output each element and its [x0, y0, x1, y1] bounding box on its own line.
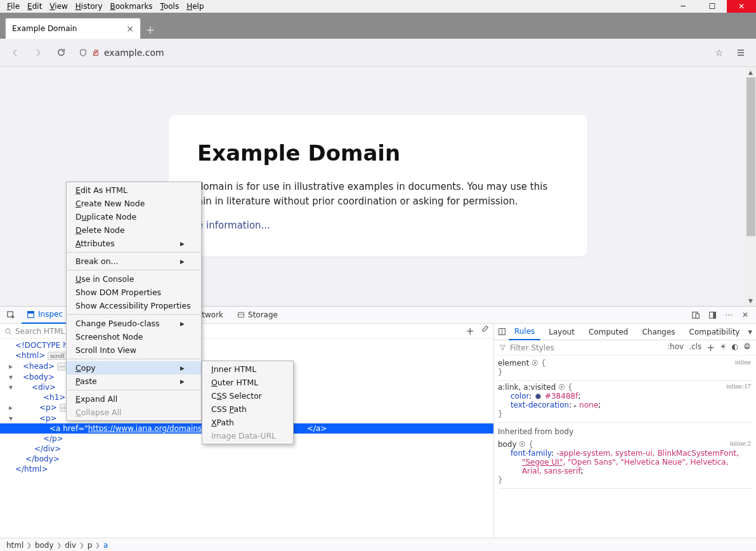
light-scheme-icon[interactable]: ☀: [720, 342, 727, 354]
menu-item[interactable]: Outer HTML: [202, 376, 293, 389]
tab-inspector[interactable]: Inspec: [22, 306, 68, 324]
url-text: example.com: [104, 48, 164, 58]
reload-button[interactable]: [51, 43, 71, 62]
page-paragraph: domain is for use in illustrative exampl…: [197, 180, 559, 208]
menu-file[interactable]: File: [4, 1, 23, 11]
menu-item: Image Data-URL: [202, 429, 293, 442]
navigation-toolbar: example.com ☆: [0, 39, 756, 67]
menu-item[interactable]: Break on...▶: [67, 255, 201, 268]
svg-point-9: [6, 328, 10, 333]
crumb-html[interactable]: html: [6, 541, 23, 550]
menu-item[interactable]: CSS Path: [202, 402, 293, 416]
rules-subtabs: Rules Layout Computed Changes Compatibil…: [494, 324, 756, 340]
menu-item[interactable]: XPath: [202, 416, 293, 429]
scrollbar[interactable]: ▲ ▼: [745, 67, 756, 306]
menu-item[interactable]: CSS Selector: [202, 389, 293, 402]
rule-body[interactable]: inline:2 body ⦿ { font-family: -apple-sy…: [498, 438, 752, 489]
close-window-button[interactable]: ✕: [727, 0, 756, 13]
subtabs-overflow-icon[interactable]: ▾: [748, 327, 752, 336]
menu-item[interactable]: Attributes▶: [67, 237, 201, 250]
add-node-icon[interactable]: +: [466, 325, 474, 337]
minimize-button[interactable]: ─: [668, 0, 698, 13]
more-info-link[interactable]: e information...: [197, 220, 270, 231]
menu-item[interactable]: Edit As HTML: [67, 183, 201, 197]
menu-item[interactable]: Create New Node: [67, 197, 201, 210]
menu-item[interactable]: Show Accessibility Properties: [67, 299, 201, 312]
app-menu-button[interactable]: [731, 43, 751, 62]
shield-icon: [79, 48, 88, 57]
filter-styles-input[interactable]: Filter Styles: [510, 343, 554, 352]
svg-rect-4: [238, 312, 244, 317]
window-controls: ─ ☐ ✕: [668, 0, 756, 13]
menu-item[interactable]: Show DOM Properties: [67, 286, 201, 299]
menu-item[interactable]: Inner HTML: [202, 362, 293, 376]
dom-breadcrumb[interactable]: html❯body❯div❯p❯a: [0, 538, 756, 551]
new-tab-button[interactable]: +: [141, 20, 160, 39]
lock-slash-icon: [91, 48, 100, 57]
crumb-body[interactable]: body: [35, 541, 54, 550]
crumb-a[interactable]: a: [103, 541, 108, 550]
menu-item[interactable]: Change Pseudo-class▶: [67, 317, 201, 330]
address-bar[interactable]: example.com ☆: [74, 43, 728, 62]
devtools-close-icon[interactable]: ✕: [738, 310, 752, 319]
context-submenu-copy[interactable]: Inner HTMLOuter HTMLCSS SelectorCSS Path…: [202, 361, 294, 444]
forward-button[interactable]: [28, 43, 48, 62]
menu-item[interactable]: Expand All: [67, 392, 201, 406]
hov-toggle[interactable]: :hov: [667, 342, 684, 354]
rule-element[interactable]: inline element ⦿ { }: [498, 357, 752, 381]
menu-item[interactable]: Screenshot Node: [67, 330, 201, 343]
subtab-layout[interactable]: Layout: [543, 324, 580, 340]
pick-element-icon[interactable]: [4, 310, 18, 320]
menu-item[interactable]: Duplicate Node: [67, 210, 201, 223]
inherited-separator: Inherited from body: [498, 425, 752, 438]
eyedropper-icon[interactable]: [481, 325, 489, 337]
add-rule-icon[interactable]: +: [707, 342, 715, 354]
svg-rect-6: [696, 314, 699, 318]
menu-item[interactable]: Scroll Into View: [67, 343, 201, 357]
rule-link-visited[interactable]: inline:17 a:link, a:visited ⦿ { color: #…: [498, 381, 752, 423]
menu-tools[interactable]: Tools: [157, 1, 183, 11]
back-button[interactable]: [5, 43, 25, 62]
rules-panel: Rules Layout Computed Changes Compatibil…: [494, 324, 756, 538]
devtools-menu-icon[interactable]: ⋯: [722, 310, 736, 319]
menu-history[interactable]: History: [72, 1, 106, 11]
menu-help[interactable]: Help: [183, 1, 207, 11]
responsive-mode-icon[interactable]: [689, 310, 703, 319]
menu-item[interactable]: Copy▶: [67, 361, 201, 375]
subtab-computed[interactable]: Computed: [583, 324, 634, 340]
menu-view[interactable]: View: [46, 1, 70, 11]
subtab-compat[interactable]: Compatibility: [684, 324, 746, 340]
menu-bookmarks[interactable]: Bookmarks: [107, 1, 156, 11]
bookmark-star-icon[interactable]: ☆: [715, 48, 723, 58]
dark-scheme-icon[interactable]: ◐: [732, 342, 738, 354]
layout-pane-icon[interactable]: [498, 328, 506, 336]
maximize-button[interactable]: ☐: [698, 0, 727, 13]
cls-toggle[interactable]: .cls: [689, 342, 701, 354]
tab-storage[interactable]: Storage: [232, 306, 283, 324]
search-html-input[interactable]: Search HTML: [15, 327, 65, 336]
crumb-p[interactable]: p: [88, 541, 93, 550]
menu-item[interactable]: Paste▶: [67, 375, 201, 388]
content-card: Example Domain domain is for use in illu…: [169, 115, 587, 256]
svg-rect-3: [28, 311, 34, 313]
css-rules: inline element ⦿ { } inline:17 a:link, a…: [494, 355, 756, 490]
menu-item[interactable]: Use in Console: [67, 272, 201, 286]
context-menu[interactable]: Edit As HTMLCreate New NodeDuplicate Nod…: [66, 182, 202, 421]
window-menubar: FileEditViewHistoryBookmarksToolsHelp: [0, 0, 756, 13]
subtab-rules[interactable]: Rules: [509, 324, 540, 340]
scroll-down-icon[interactable]: ▼: [748, 295, 753, 306]
subtab-changes[interactable]: Changes: [636, 324, 681, 340]
scroll-up-icon[interactable]: ▲: [748, 67, 753, 77]
search-icon: [4, 328, 12, 335]
browser-tab[interactable]: Example Domain ×: [5, 18, 141, 39]
crumb-div[interactable]: div: [65, 541, 76, 550]
menu-edit[interactable]: Edit: [24, 1, 45, 11]
menu-item: Collapse All: [67, 406, 201, 419]
print-media-icon[interactable]: [743, 342, 751, 354]
menu-item[interactable]: Delete Node: [67, 223, 201, 237]
scroll-thumb[interactable]: [746, 77, 755, 236]
dock-side-icon[interactable]: [705, 310, 719, 319]
tab-close-icon[interactable]: ×: [126, 23, 134, 34]
color-swatch-icon[interactable]: [535, 394, 541, 399]
tab-strip: Example Domain × +: [0, 13, 756, 39]
